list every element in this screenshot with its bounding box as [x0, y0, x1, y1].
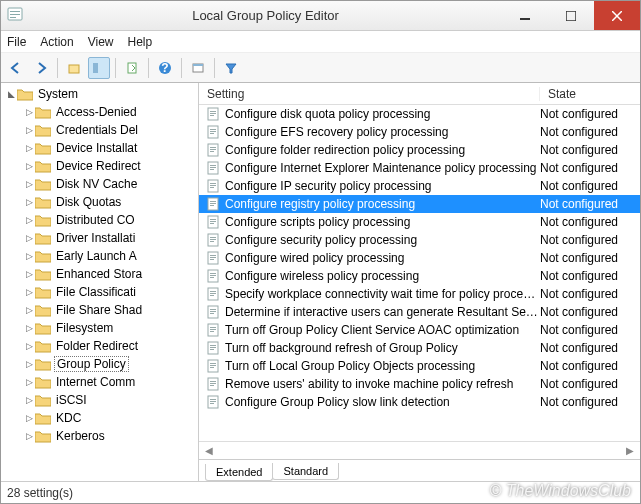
- list-row[interactable]: Configure registry policy processingNot …: [199, 195, 640, 213]
- row-name: Remove users' ability to invoke machine …: [225, 377, 540, 391]
- close-button[interactable]: [594, 1, 640, 30]
- minimize-button[interactable]: [502, 1, 548, 30]
- scroll-left-icon[interactable]: ◀: [205, 445, 213, 456]
- expand-icon[interactable]: ▷: [23, 215, 35, 225]
- expand-icon[interactable]: ▷: [23, 287, 35, 297]
- svg-rect-29: [210, 165, 216, 166]
- tree-node[interactable]: ▷Early Launch A: [1, 247, 198, 265]
- list-row[interactable]: Configure scripts policy processingNot c…: [199, 213, 640, 231]
- list-row[interactable]: Specify workplace connectivity wait time…: [199, 285, 640, 303]
- expand-icon[interactable]: ▷: [23, 125, 35, 135]
- tree-node[interactable]: ▷Disk NV Cache: [1, 175, 198, 193]
- tree-node[interactable]: ▷Internet Comm: [1, 373, 198, 391]
- list-row[interactable]: Configure IP security policy processingN…: [199, 177, 640, 195]
- menu-view[interactable]: View: [88, 35, 114, 49]
- tree-node[interactable]: ▷Kerberos: [1, 427, 198, 445]
- tree-node[interactable]: ▷Enhanced Stora: [1, 265, 198, 283]
- collapse-icon[interactable]: ◣: [5, 89, 17, 99]
- tree-node[interactable]: ▷Filesystem: [1, 319, 198, 337]
- expand-icon[interactable]: ▷: [23, 143, 35, 153]
- tree-node[interactable]: ▷File Share Shad: [1, 301, 198, 319]
- list-row[interactable]: Configure folder redirection policy proc…: [199, 141, 640, 159]
- list-row[interactable]: Configure disk quota policy processingNo…: [199, 105, 640, 123]
- show-tree-button[interactable]: [88, 57, 110, 79]
- list-row[interactable]: Configure Internet Explorer Maintenance …: [199, 159, 640, 177]
- tree-node[interactable]: ▷Credentials Del: [1, 121, 198, 139]
- expand-icon[interactable]: ▷: [23, 197, 35, 207]
- up-button[interactable]: [63, 57, 85, 79]
- expand-icon[interactable]: ▷: [23, 341, 35, 351]
- forward-button[interactable]: [30, 57, 52, 79]
- list-row[interactable]: Configure Group Policy slow link detecti…: [199, 393, 640, 411]
- export-button[interactable]: [121, 57, 143, 79]
- list-row[interactable]: Turn off Group Policy Client Service AOA…: [199, 321, 640, 339]
- tree-node[interactable]: ▷Group Policy: [1, 355, 198, 373]
- tree-node[interactable]: ▷KDC: [1, 409, 198, 427]
- list-row[interactable]: Configure EFS recovery policy processing…: [199, 123, 640, 141]
- list-row[interactable]: Configure wired policy processingNot con…: [199, 249, 640, 267]
- svg-rect-54: [210, 275, 216, 276]
- tree-node-system[interactable]: ◣ System: [1, 85, 198, 103]
- row-name: Turn off Group Policy Client Service AOA…: [225, 323, 540, 337]
- settings-list[interactable]: Setting State Configure disk quota polic…: [199, 83, 640, 441]
- tree-node[interactable]: ▷Disk Quotas: [1, 193, 198, 211]
- expand-icon[interactable]: ▷: [23, 395, 35, 405]
- tree-node[interactable]: ▷Access-Denied: [1, 103, 198, 121]
- svg-rect-22: [210, 131, 216, 132]
- tab-extended[interactable]: Extended: [205, 464, 273, 481]
- expand-icon[interactable]: ▷: [23, 359, 35, 369]
- col-setting[interactable]: Setting: [199, 87, 540, 101]
- expand-icon[interactable]: ▷: [23, 161, 35, 171]
- folder-icon: [35, 105, 51, 119]
- tree-node[interactable]: ▷Folder Redirect: [1, 337, 198, 355]
- list-row[interactable]: Determine if interactive users can gener…: [199, 303, 640, 321]
- expand-icon[interactable]: ▷: [23, 107, 35, 117]
- tree-node[interactable]: ▷Device Redirect: [1, 157, 198, 175]
- menu-action[interactable]: Action: [40, 35, 73, 49]
- policy-icon: [205, 178, 221, 194]
- expand-icon[interactable]: ▷: [23, 377, 35, 387]
- maximize-button[interactable]: [548, 1, 594, 30]
- expand-icon[interactable]: ▷: [23, 413, 35, 423]
- horizontal-scrollbar[interactable]: ◀ ▶: [199, 441, 640, 459]
- expand-icon[interactable]: ▷: [23, 179, 35, 189]
- list-row[interactable]: Remove users' ability to invoke machine …: [199, 375, 640, 393]
- tab-bar: Extended Standard: [199, 459, 640, 481]
- list-row[interactable]: Turn off background refresh of Group Pol…: [199, 339, 640, 357]
- tree-label: Group Policy: [54, 356, 129, 372]
- tree-node[interactable]: ▷Device Installat: [1, 139, 198, 157]
- help-button[interactable]: ?: [154, 57, 176, 79]
- menu-help[interactable]: Help: [128, 35, 153, 49]
- tab-standard[interactable]: Standard: [272, 463, 339, 480]
- properties-button[interactable]: [187, 57, 209, 79]
- tree-pane[interactable]: ◣ System ▷Access-Denied▷Credentials Del▷…: [1, 83, 199, 481]
- col-state[interactable]: State: [540, 87, 640, 101]
- svg-rect-8: [69, 65, 79, 73]
- list-row[interactable]: Configure wireless policy processingNot …: [199, 267, 640, 285]
- tree-label: Filesystem: [54, 321, 115, 335]
- expand-icon[interactable]: ▷: [23, 233, 35, 243]
- svg-rect-47: [210, 241, 214, 242]
- menu-file[interactable]: File: [7, 35, 26, 49]
- svg-rect-39: [210, 205, 214, 206]
- tree-node[interactable]: ▷Distributed CO: [1, 211, 198, 229]
- tree-node[interactable]: ▷File Classificati: [1, 283, 198, 301]
- expand-icon[interactable]: ▷: [23, 305, 35, 315]
- list-row[interactable]: Configure security policy processingNot …: [199, 231, 640, 249]
- tree-node[interactable]: ▷iSCSI: [1, 391, 198, 409]
- tree-node[interactable]: ▷Driver Installati: [1, 229, 198, 247]
- filter-button[interactable]: [220, 57, 242, 79]
- expand-icon[interactable]: ▷: [23, 323, 35, 333]
- back-button[interactable]: [5, 57, 27, 79]
- expand-icon[interactable]: ▷: [23, 269, 35, 279]
- svg-rect-5: [566, 11, 576, 21]
- svg-rect-15: [193, 64, 203, 66]
- scroll-right-icon[interactable]: ▶: [626, 445, 634, 456]
- row-state: Not configured: [540, 197, 640, 211]
- expand-icon[interactable]: ▷: [23, 431, 35, 441]
- svg-rect-75: [210, 367, 214, 368]
- expand-icon[interactable]: ▷: [23, 251, 35, 261]
- tree-label: Enhanced Stora: [54, 267, 144, 281]
- svg-rect-42: [210, 221, 216, 222]
- list-row[interactable]: Turn off Local Group Policy Objects proc…: [199, 357, 640, 375]
